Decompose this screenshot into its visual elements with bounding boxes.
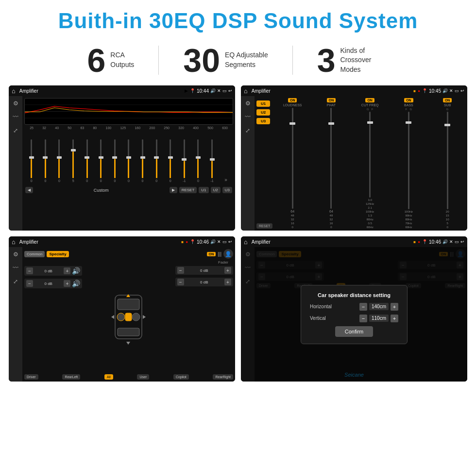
speaker-rl-minus[interactable]: − xyxy=(26,280,33,287)
eq-window-icon[interactable]: ▭ xyxy=(222,88,227,93)
distance-back-icon[interactable]: ↩ xyxy=(460,239,464,244)
speaker-rearleft-btn[interactable]: RearLeft xyxy=(62,374,80,380)
amp-loudness-label: LOUDNESS xyxy=(283,103,302,107)
amp-knob-section: ON LOUDNESS 64 48 32 16 0 xyxy=(274,98,465,229)
speaker-rl-plus[interactable]: + xyxy=(64,280,70,287)
eq-slider-expand: » xyxy=(220,160,232,183)
amp-u1-btn[interactable]: U1 xyxy=(256,100,270,107)
amp-bass-col: ON BASS F G 100Hz 90Hz 80Hz 70Hz 60Hz xyxy=(391,98,427,229)
eq-u3-btn[interactable]: U3 xyxy=(222,187,232,193)
speaker-driver-btn[interactable]: Driver xyxy=(24,374,38,380)
eq-reset-btn[interactable]: RESET xyxy=(179,187,197,193)
speaker-x-icon[interactable]: ✕ xyxy=(217,239,221,244)
amp-u3-btn[interactable]: U3 xyxy=(256,118,270,124)
amp-x-icon[interactable]: ✕ xyxy=(449,88,453,93)
speaker-status-bar: ⌂ Amplifier ■ ● 📍 10:46 🔊 ✕ ▭ ↩ xyxy=(9,236,235,247)
amp-loudness-on[interactable]: ON xyxy=(288,98,297,102)
speaker-fader-label: Fader xyxy=(218,260,228,265)
speaker-sidebar-wave-icon[interactable]: 〰 xyxy=(13,265,18,271)
speaker-on-toggle[interactable]: ON xyxy=(207,252,216,256)
speaker-all-btn[interactable]: All xyxy=(104,374,113,380)
eq-app-name: Amplifier xyxy=(19,88,183,94)
speaker-copilot-btn[interactable]: Copilot xyxy=(173,374,189,380)
amp-home-icon[interactable]: ⌂ xyxy=(244,87,248,95)
speaker-screen: ⌂ Amplifier ■ ● 📍 10:46 🔊 ✕ ▭ ↩ ⚙ 〰 ⤢ xyxy=(9,236,235,382)
eq-screen-content: ⚙ 〰 ⤢ xyxy=(9,96,235,231)
eq-freq-labels: 25 32 40 50 63 80 100 125 160 200 250 32… xyxy=(24,126,233,130)
dialog-vertical-minus[interactable]: − xyxy=(359,315,367,322)
stat-rca-number: 6 xyxy=(87,44,105,77)
speaker-rearright-btn[interactable]: RearRight xyxy=(213,374,233,380)
speaker-sidebar-eq-icon[interactable]: ⚙ xyxy=(13,251,18,258)
speaker-fl-plus[interactable]: + xyxy=(64,267,70,274)
stat-crossover-number: 3 xyxy=(317,44,336,77)
amp-bass-on[interactable]: ON xyxy=(404,98,413,102)
eq-u1-btn[interactable]: U1 xyxy=(199,187,208,193)
eq-main-area: 25 32 40 50 63 80 100 125 160 200 250 32… xyxy=(22,96,235,231)
amp-app-name: Amplifier xyxy=(252,88,411,94)
freq-125: 125 xyxy=(120,126,126,130)
distance-home-icon[interactable]: ⌂ xyxy=(244,238,248,246)
dialog-confirm-btn[interactable]: Confirm xyxy=(335,326,374,337)
amp-cutfreq-on[interactable]: ON xyxy=(365,98,374,102)
freq-250: 250 xyxy=(164,126,170,130)
speaker-window-icon[interactable]: ▭ xyxy=(222,239,227,244)
amp-u2-btn[interactable]: U2 xyxy=(256,109,270,116)
eq-back-icon[interactable]: ↩ xyxy=(228,88,232,93)
svg-rect-4 xyxy=(118,299,139,310)
speaker-common-btn[interactable]: Common xyxy=(24,251,45,257)
eq-u2-btn[interactable]: U2 xyxy=(211,187,221,193)
eq-sidebar-eq-icon[interactable]: ⚙ xyxy=(13,100,18,107)
dialog-title: Car speaker distance setting xyxy=(310,292,398,298)
speaker-left-col: − 0 dB + 🔊 − 0 dB + 🔊 xyxy=(24,266,82,373)
eq-slider-4: 0 xyxy=(81,139,93,183)
eq-sidebar-wave-icon[interactable]: 〰 xyxy=(13,114,18,120)
speaker-fr-plus[interactable]: + xyxy=(224,267,231,274)
stats-row: 6 RCAOutputs 30 EQ AdjustableSegments 3 … xyxy=(0,38,476,85)
amp-reset-btn[interactable]: RESET xyxy=(256,223,272,229)
stat-eq-label: EQ AdjustableSegments xyxy=(225,50,268,69)
amp-sidebar-expand-icon[interactable]: ⤢ xyxy=(245,127,250,134)
eq-x-icon[interactable]: ✕ xyxy=(217,88,221,93)
speaker-rr-plus[interactable]: + xyxy=(224,279,231,285)
amp-sub-on[interactable]: ON xyxy=(443,98,452,102)
amp-sidebar-wave-icon[interactable]: 〰 xyxy=(245,114,251,120)
amp-window-icon[interactable]: ▭ xyxy=(455,88,459,93)
eq-next-btn[interactable]: ▶ xyxy=(170,187,177,193)
distance-window-icon[interactable]: ▭ xyxy=(455,239,459,244)
freq-630: 630 xyxy=(222,126,228,130)
dialog-vertical-label: Vertical xyxy=(310,316,357,321)
dialog-horizontal-minus[interactable]: − xyxy=(359,303,367,311)
screens-grid: ⌂ Amplifier ▶ 📍 10:44 🔊 ✕ ▭ ↩ ⚙ 〰 ⤢ xyxy=(0,85,476,386)
speaker-center xyxy=(85,266,172,373)
freq-320: 320 xyxy=(178,126,184,130)
amp-sidebar-eq-icon[interactable]: ⚙ xyxy=(245,100,251,107)
speaker-user-preset-btn[interactable]: User xyxy=(137,374,149,380)
speaker-fr-minus[interactable]: − xyxy=(177,267,184,274)
eq-prev-btn[interactable]: ◀ xyxy=(25,187,33,193)
amp-status-icons: 📍 10:45 🔊 ✕ ▭ ↩ xyxy=(422,88,464,94)
amp-screen: ⌂ Amplifier ■ ● 📍 10:45 🔊 ✕ ▭ ↩ ⚙ 〰 ⤢ xyxy=(241,85,467,231)
speaker-fl-minus[interactable]: − xyxy=(26,267,33,274)
dialog-vertical-plus[interactable]: + xyxy=(391,315,398,322)
speaker-home-icon[interactable]: ⌂ xyxy=(12,238,16,246)
stat-eq: 30 EQ AdjustableSegments xyxy=(159,44,292,77)
eq-home-icon[interactable]: ⌂ xyxy=(12,87,16,95)
speaker-rr-minus[interactable]: − xyxy=(177,279,184,285)
freq-25: 25 xyxy=(30,126,34,130)
dialog-horizontal-control: − 140cm + xyxy=(359,303,398,311)
speaker-specialty-btn[interactable]: Specialty xyxy=(47,251,68,257)
eq-sidebar-expand-icon[interactable]: ⤢ xyxy=(13,127,18,134)
distance-x-icon[interactable]: ✕ xyxy=(449,239,453,244)
speaker-back-icon[interactable]: ↩ xyxy=(228,239,232,244)
eq-status-icons: 📍 10:44 🔊 ✕ ▭ ↩ xyxy=(190,88,232,94)
speaker-app-name: Amplifier xyxy=(19,239,179,245)
speaker-rl-icon: 🔊 xyxy=(72,280,80,287)
dialog-horizontal-plus[interactable]: + xyxy=(391,303,398,311)
car-diagram xyxy=(108,290,149,349)
speaker-user-btn[interactable]: 👤 xyxy=(223,249,233,259)
speaker-fl-control: − 0 dB + 🔊 xyxy=(24,266,82,276)
speaker-sidebar-expand-icon[interactable]: ⤢ xyxy=(13,278,18,285)
amp-phat-on[interactable]: ON xyxy=(327,98,336,102)
amp-back-icon[interactable]: ↩ xyxy=(460,88,464,93)
